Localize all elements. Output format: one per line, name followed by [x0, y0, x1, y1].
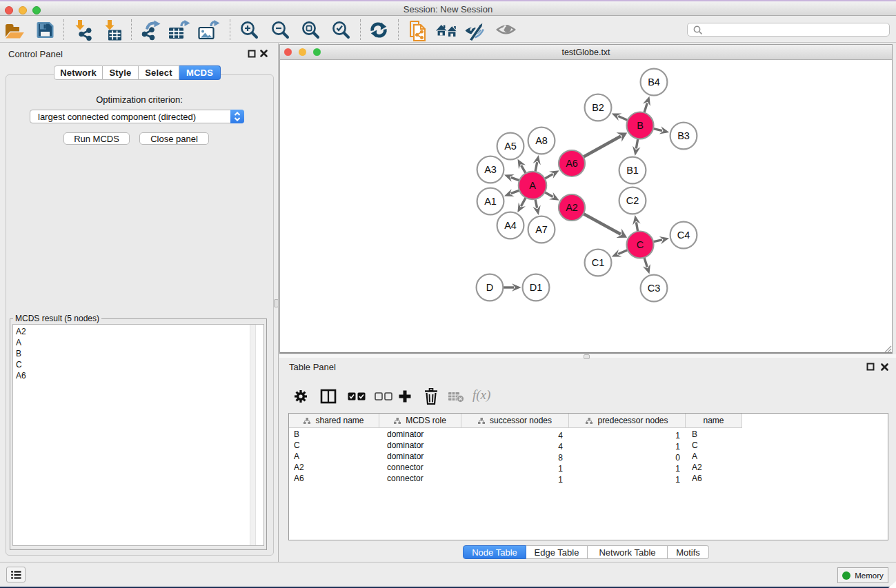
svg-text:C2: C2	[626, 195, 639, 206]
svg-text:A: A	[529, 180, 536, 191]
svg-text:D1: D1	[530, 282, 543, 293]
svg-text:A3: A3	[484, 164, 497, 175]
svg-text:A2: A2	[566, 202, 578, 213]
svg-text:A5: A5	[504, 141, 517, 152]
svg-text:C: C	[637, 239, 644, 250]
svg-text:B4: B4	[648, 77, 660, 88]
svg-text:A6: A6	[566, 158, 578, 169]
svg-text:B: B	[637, 120, 644, 131]
svg-text:C4: C4	[677, 230, 690, 241]
svg-text:A1: A1	[484, 196, 497, 207]
svg-text:B3: B3	[677, 130, 690, 141]
svg-text:A4: A4	[504, 220, 517, 231]
svg-text:A8: A8	[535, 135, 548, 146]
svg-text:B1: B1	[626, 165, 639, 176]
svg-text:B2: B2	[592, 102, 604, 113]
svg-text:D: D	[486, 282, 493, 293]
svg-text:C1: C1	[592, 257, 605, 268]
svg-text:C3: C3	[648, 283, 661, 294]
svg-text:A7: A7	[535, 224, 548, 235]
